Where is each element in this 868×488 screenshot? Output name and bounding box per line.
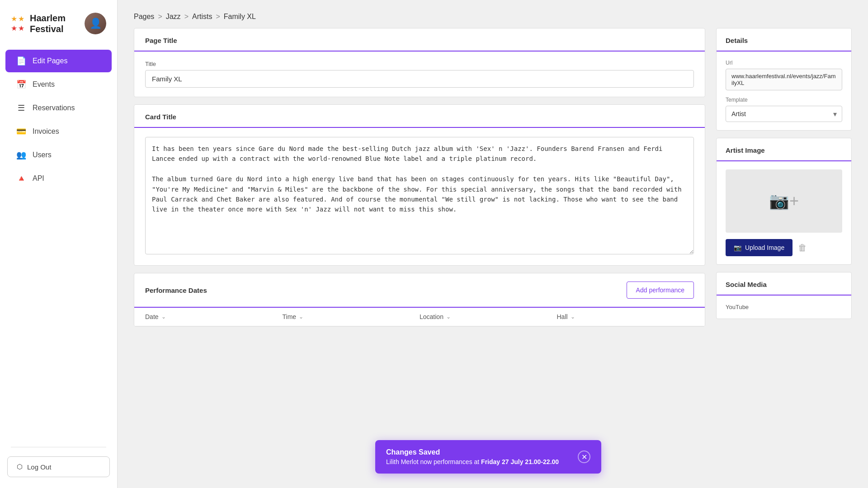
upload-image-button[interactable]: 📷 Upload Image [726, 239, 793, 256]
image-placeholder: 📷+ [726, 169, 842, 233]
logo-line1: Haarlem [30, 13, 66, 23]
sidebar-logo: ★ ★ ★ ★ Haarlem Festival 👤 [0, 0, 117, 45]
delete-image-icon[interactable]: 🗑 [798, 243, 807, 253]
camera-icon: 📷 [734, 244, 741, 251]
events-icon: 📅 [16, 80, 26, 89]
users-icon: 👥 [16, 150, 26, 160]
toast-content: Changes Saved Lilith Merlot now performa… [386, 448, 571, 465]
toast-message-bold: Friday 27 July 21.00-22.00 [481, 458, 559, 465]
sidebar-divider [11, 447, 106, 447]
card-title-section-heading: Card Title [134, 105, 705, 128]
edit-pages-icon: 📄 [16, 56, 26, 66]
col-location[interactable]: Location ⌄ [420, 313, 557, 320]
breadcrumb-jazz: Jazz [166, 13, 181, 21]
sidebar-item-reservations-label: Reservations [33, 104, 75, 112]
details-section-title: Details [717, 28, 851, 52]
right-panel: Details Url www.haarlemfestival.nl/event… [716, 28, 852, 477]
reservations-icon: ☰ [16, 103, 26, 113]
logo-text: Haarlem Festival [30, 13, 66, 34]
sidebar-navigation: 📄 Edit Pages 📅 Events ☰ Reservations 💳 I… [0, 45, 117, 443]
toast-title: Changes Saved [386, 448, 571, 456]
col-date-label: Date [145, 313, 159, 320]
avatar: 👤 [85, 13, 106, 34]
star-gold-2: ★ [18, 14, 24, 23]
sort-time-icon: ⌄ [299, 314, 303, 320]
sort-location-icon: ⌄ [446, 314, 451, 320]
sidebar-item-edit-pages[interactable]: 📄 Edit Pages [5, 50, 112, 72]
logout-icon: ⬡ [17, 463, 23, 471]
artist-image-section: Artist Image 📷+ 📷 Upload Image 🗑 [716, 138, 852, 265]
upload-row: 📷 Upload Image 🗑 [726, 239, 842, 256]
star-gold-1: ★ [11, 14, 17, 23]
content-area: Page Title Title Card Title Performance … [118, 28, 868, 488]
page-title-section-heading: Page Title [134, 28, 705, 52]
artist-image-title: Artist Image [717, 138, 851, 161]
main-content: Pages > Jazz > Artists > Family XL Page … [118, 0, 868, 488]
social-media-title: Social Media [717, 272, 851, 296]
toast-close-button[interactable]: ✕ [578, 450, 590, 463]
sidebar-item-api[interactable]: 🔺 API [5, 167, 112, 190]
sidebar-item-events[interactable]: 📅 Events [5, 73, 112, 96]
logout-button[interactable]: ⬡ Log Out [7, 456, 110, 477]
col-time-label: Time [283, 313, 297, 320]
template-select-wrapper: Artist Event Page Custom ▾ [726, 106, 842, 122]
social-media-section: Social Media YouTube [716, 272, 852, 319]
camera-add-icon: 📷+ [769, 192, 799, 211]
add-performance-button[interactable]: Add performance [627, 282, 694, 299]
col-hall-label: Hall [557, 313, 568, 320]
breadcrumb-artists: Artists [192, 13, 212, 21]
sidebar-item-events-label: Events [33, 80, 55, 89]
toast-message-prefix: Lilith Merlot now performances at [386, 458, 481, 465]
breadcrumb-family-xl: Family XL [224, 13, 256, 21]
template-label: Template [726, 97, 842, 103]
sidebar-item-invoices[interactable]: 💳 Invoices [5, 120, 112, 143]
breadcrumb: Pages > Jazz > Artists > Family XL [118, 0, 868, 28]
toast-body: Lilith Merlot now performances at Friday… [386, 458, 571, 465]
performance-dates-title: Performance Dates [145, 286, 207, 294]
sidebar-item-users-label: Users [33, 151, 52, 159]
performance-dates-header: Performance Dates Add performance [134, 273, 705, 308]
social-media-body: YouTube [717, 296, 851, 319]
card-title-section-body [134, 128, 705, 265]
invoices-icon: 💳 [16, 127, 26, 136]
url-value: www.haarlemfestival.nl/events/jazz/Famil… [726, 69, 842, 90]
breadcrumb-sep-1: > [158, 13, 162, 21]
star-red-1: ★ [11, 24, 17, 33]
page-title-section-body: Title [134, 52, 705, 97]
page-title-section: Page Title Title [134, 28, 705, 97]
card-title-section: Card Title [134, 104, 705, 266]
api-icon: 🔺 [16, 174, 26, 183]
sort-hall-icon: ⌄ [571, 314, 575, 320]
left-panel: Page Title Title Card Title Performance … [134, 28, 705, 477]
title-field-label: Title [145, 61, 694, 67]
sidebar-item-api-label: API [33, 174, 44, 183]
sidebar-item-edit-pages-label: Edit Pages [33, 57, 67, 65]
details-section: Details Url www.haarlemfestival.nl/event… [716, 28, 852, 131]
artist-image-body: 📷+ 📷 Upload Image 🗑 [717, 161, 851, 264]
sidebar-item-invoices-label: Invoices [33, 127, 59, 136]
avatar-image: 👤 [85, 13, 106, 34]
upload-image-label: Upload Image [745, 244, 784, 251]
breadcrumb-sep-3: > [216, 13, 220, 21]
title-input[interactable] [145, 70, 694, 88]
col-location-label: Location [420, 313, 443, 320]
breadcrumb-sep-2: > [184, 13, 189, 21]
sidebar-item-users[interactable]: 👥 Users [5, 144, 112, 166]
logout-label: Log Out [27, 463, 51, 471]
logo-stars: ★ ★ ★ ★ [11, 14, 24, 33]
sidebar-item-reservations[interactable]: ☰ Reservations [5, 97, 112, 119]
youtube-label: YouTube [726, 304, 842, 310]
details-section-body: Url www.haarlemfestival.nl/events/jazz/F… [717, 52, 851, 130]
col-date[interactable]: Date ⌄ [145, 313, 283, 320]
sort-date-icon: ⌄ [161, 314, 166, 320]
template-select[interactable]: Artist Event Page Custom [726, 106, 842, 122]
card-body-textarea[interactable] [145, 137, 694, 254]
col-hall[interactable]: Hall ⌄ [557, 313, 694, 320]
url-label: Url [726, 60, 842, 66]
toast-inner: Changes Saved Lilith Merlot now performa… [375, 440, 601, 474]
sidebar: ★ ★ ★ ★ Haarlem Festival 👤 📄 Edit Pages … [0, 0, 118, 488]
close-icon: ✕ [581, 453, 587, 461]
star-red-2: ★ [18, 24, 24, 33]
performance-dates-section: Performance Dates Add performance Date ⌄… [134, 273, 705, 327]
col-time[interactable]: Time ⌄ [283, 313, 420, 320]
